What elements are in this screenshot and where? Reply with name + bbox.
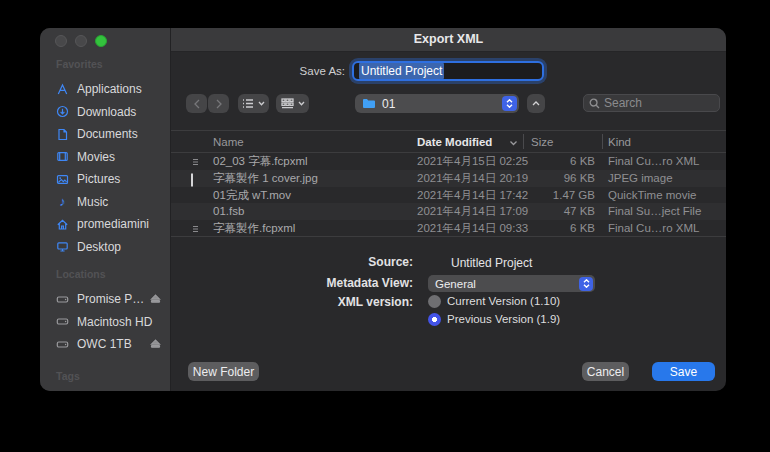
file-date: 2021年4月15日 02:25 [417,153,528,170]
sidebar-item-label: promediamini [77,217,149,231]
table-row[interactable]: 02_03 字幕.fcpxml 2021年4月15日 02:25 6 KB Fi… [171,153,726,170]
drive-icon [55,292,70,307]
column-divider [602,134,603,149]
file-name: 01完成 wT.mov [213,187,291,204]
column-header-size[interactable]: Size [531,131,553,153]
sidebar-item-desktop[interactable]: Desktop [40,236,170,259]
export-xml-dialog: Favorites Applications Downloads Documen… [40,28,726,391]
group-view-button[interactable] [276,94,309,113]
eject-icon[interactable] [150,338,161,349]
sidebar-item-label: Promise P… [77,292,144,306]
file-name: 字幕製作 1 cover.jpg [213,170,318,187]
eject-icon[interactable] [150,293,161,304]
sidebar-item-downloads[interactable]: Downloads [40,101,170,124]
sidebar-item-label: OWC 1TB [77,337,132,351]
file-kind: Final Cu…ro XML [608,220,699,237]
folder-icon [362,98,376,109]
sidebar-item-promise[interactable]: Promise P… [40,288,170,311]
radio-icon[interactable] [428,295,441,308]
drive-icon [55,337,70,352]
dialog-main: Export XML Save As: Untitled Project [171,28,726,391]
sidebar-item-promediamini[interactable]: promediamini [40,213,170,236]
magnifier-icon [589,98,600,109]
drive-icon [55,314,70,329]
dialog-title: Export XML [171,28,726,51]
chevron-left-icon [193,99,201,109]
radio-icon[interactable] [428,313,441,326]
source-value: Untitled Project [451,256,532,270]
home-icon [55,217,70,232]
sort-descending-icon [509,136,518,148]
new-folder-button[interactable]: New Folder [188,362,259,381]
radio-previous-version[interactable]: Previous Version (1.9) [428,312,560,326]
sidebar-item-pictures[interactable]: Pictures [40,168,170,191]
sidebar: Favorites Applications Downloads Documen… [40,28,171,391]
sidebar-header-tags: Tags [40,368,170,384]
pictures-icon [55,172,70,187]
file-name: 01.fsb [213,203,244,220]
cancel-button[interactable]: Cancel [582,362,629,381]
column-header-date-modified[interactable]: Date Modified [417,131,492,153]
forward-button[interactable] [208,94,229,113]
save-as-selected-text: Untitled Project [359,63,444,79]
file-size: 6 KB [523,153,595,170]
file-date: 2021年4月14日 09:33 [417,220,528,237]
sidebar-item-label: Macintosh HD [77,315,152,329]
back-button[interactable] [186,94,207,113]
file-size: 6 KB [523,220,595,237]
sidebar-item-label: Pictures [77,172,120,186]
stepper-icon [502,96,517,111]
table-row[interactable]: 字幕製作 1 cover.jpg 2021年4月14日 20:19 96 KB … [171,170,726,187]
save-as-label: Save As: [171,62,345,80]
radio-current-version[interactable]: Current Version (1.10) [428,294,560,308]
sidebar-item-music[interactable]: ♪ Music [40,191,170,214]
sidebar-item-label: Downloads [77,105,136,119]
file-date: 2021年4月14日 20:19 [417,170,528,187]
sidebar-item-label: Music [77,195,108,209]
save-as-input[interactable]: Untitled Project [352,61,544,81]
table-body: 02_03 字幕.fcpxml 2021年4月15日 02:25 6 KB Fi… [171,153,726,237]
folder-dropdown-value: 01 [382,97,395,111]
sidebar-item-label: Desktop [77,240,121,254]
search-field[interactable] [583,94,720,112]
sidebar-item-label: Movies [77,150,115,164]
sidebar-item-macintosh-hd[interactable]: Macintosh HD [40,311,170,334]
file-name: 字幕製作.fcpxml [213,220,295,237]
column-header-kind[interactable]: Kind [608,131,631,153]
applications-icon [55,82,70,97]
file-table: Name Date Modified Size Kind 02_03 字幕.fc… [171,130,726,237]
metadata-view-dropdown[interactable]: General [428,275,595,292]
music-icon: ♪ [55,194,70,209]
sidebar-item-documents[interactable]: Documents [40,123,170,146]
folder-dropdown[interactable]: 01 [355,94,519,113]
metadata-view-label: Metadata View: [171,276,413,290]
sidebar-item-owc-1tb[interactable]: OWC 1TB [40,333,170,356]
titlebar: Export XML [171,28,726,52]
table-row[interactable]: 01.fsb 2021年4月14日 17:09 47 KB Final Su…j… [171,203,726,220]
metadata-view-value: General [435,278,476,290]
sidebar-item-movies[interactable]: Movies [40,146,170,169]
save-button[interactable]: Save [652,362,715,381]
list-view-button[interactable] [238,94,269,113]
chevron-down-icon [258,101,265,106]
disclosure-button[interactable] [527,94,545,113]
search-input[interactable] [604,96,714,110]
table-row[interactable]: 字幕製作.fcpxml 2021年4月14日 09:33 6 KB Final … [171,220,726,237]
sidebar-item-applications[interactable]: Applications [40,78,170,101]
file-kind: QuickTime movie [608,187,696,204]
minimize-button[interactable] [75,35,87,47]
downloads-icon [55,104,70,119]
sidebar-item-label: Applications [77,82,142,96]
sidebar-item-label: Documents [77,127,138,141]
radio-label: Previous Version (1.9) [447,313,560,325]
file-size: 1.47 GB [523,187,595,204]
list-view-icon [242,98,254,109]
table-row[interactable]: 01完成 wT.mov 2021年4月14日 17:42 1.47 GB Qui… [171,187,726,204]
file-size: 47 KB [523,203,595,220]
movies-icon [55,149,70,164]
zoom-button[interactable] [95,35,107,47]
close-button[interactable] [55,35,67,47]
chevron-right-icon [215,99,223,109]
column-header-name[interactable]: Name [213,131,244,153]
table-header: Name Date Modified Size Kind [171,131,726,153]
